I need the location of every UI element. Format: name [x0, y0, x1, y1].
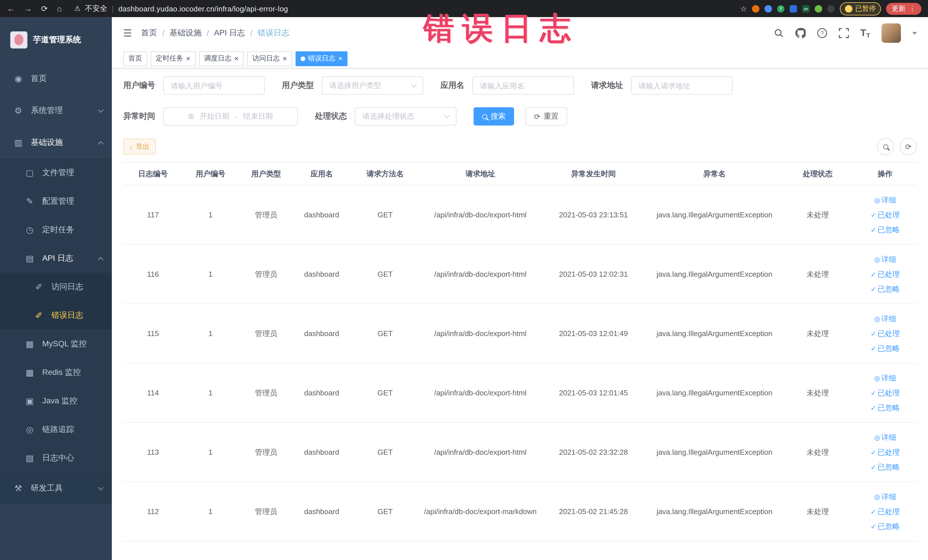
sidebar-item-home[interactable]: ◉ 首页	[0, 63, 112, 95]
mark-ignored-link[interactable]: ✓已忽略	[856, 282, 914, 296]
sidebar-item-infrastructure[interactable]: ▥ 基础设施	[0, 127, 112, 159]
tab-label: 错误日志	[308, 53, 336, 63]
user-id-input[interactable]	[163, 76, 265, 95]
detail-link[interactable]: ◎详细	[856, 489, 914, 504]
process-status-select[interactable]: 请选择处理状态	[355, 107, 456, 125]
home-icon[interactable]: ⌂	[57, 4, 62, 13]
mark-processed-link[interactable]: ✓已处理	[856, 267, 914, 282]
extension-icon[interactable]	[815, 5, 822, 12]
detail-link[interactable]: ◎详细	[856, 371, 914, 385]
app-name-input[interactable]	[472, 76, 574, 95]
mark-processed-link[interactable]: ✓已处理	[856, 385, 914, 400]
app-name-label: 应用名	[441, 81, 464, 91]
cell-method: GET	[350, 363, 421, 423]
refresh-table-button[interactable]: ⟳	[900, 138, 917, 155]
bookmark-star-icon[interactable]: ☆	[740, 4, 747, 13]
detail-link[interactable]: ◎详细	[856, 252, 914, 267]
cell-user-id: 1	[183, 482, 238, 541]
extension-on-badge[interactable]: on	[802, 5, 810, 12]
avatar[interactable]	[882, 23, 901, 43]
toggle-search-button[interactable]	[877, 138, 894, 155]
search-button-label: 搜索	[491, 111, 505, 122]
tab-scheduled-tasks[interactable]: 定时任务 ×	[151, 51, 195, 66]
mark-processed-link[interactable]: ✓已处理	[856, 504, 914, 519]
extension-icon[interactable]	[752, 5, 759, 12]
github-icon[interactable]	[795, 28, 806, 38]
hamburger-icon[interactable]: ☰	[123, 27, 132, 39]
sidebar-item-config-management[interactable]: ✎ 配置管理	[0, 187, 112, 216]
sidebar-item-system-management[interactable]: ⚙ 系统管理	[0, 95, 112, 127]
reset-button[interactable]: ⟳ 重置	[525, 107, 567, 125]
request-url-input[interactable]	[631, 76, 733, 95]
caret-down-icon[interactable]	[912, 32, 917, 37]
forward-icon[interactable]: →	[24, 4, 32, 13]
address-bar[interactable]: ⚠ 不安全 | dashboard.yudao.iocoder.cn/infra…	[74, 3, 733, 14]
cell-time: 2021-05-03 12:02:31	[540, 244, 647, 304]
mark-ignored-link[interactable]: ✓已忽略	[856, 400, 914, 415]
breadcrumb-item[interactable]: 基础设施	[169, 28, 201, 38]
export-button[interactable]: ↓ 导出	[123, 139, 156, 155]
help-icon[interactable]: ?	[817, 28, 827, 38]
close-icon[interactable]: ×	[338, 55, 343, 62]
table-row: 116 1 管理员 dashboard GET /api/infra/db-do…	[123, 244, 917, 304]
search-button[interactable]: 搜索	[473, 107, 514, 125]
detail-link[interactable]: ◎详细	[856, 311, 914, 326]
breadcrumb-item-current: 错误日志	[258, 28, 290, 38]
sidebar-item-log-center[interactable]: ▧ 日志中心	[0, 444, 112, 472]
dashboard-icon: ◉	[11, 73, 25, 84]
sidebar-item-label: 研发工具	[31, 483, 95, 493]
check-icon: ✓	[871, 285, 876, 293]
close-icon[interactable]: ×	[186, 55, 190, 62]
sidebar-item-scheduled-tasks[interactable]: ◷ 定时任务	[0, 216, 112, 244]
sidebar-item-error-logs[interactable]: ✐ 错误日志	[0, 301, 112, 330]
close-icon[interactable]: ×	[234, 55, 238, 62]
detail-link[interactable]: ◎详细	[856, 430, 914, 445]
mark-ignored-link[interactable]: ✓已忽略	[856, 459, 914, 475]
sidebar-item-access-logs[interactable]: ✐ 访问日志	[0, 273, 112, 301]
browser-update-button[interactable]: 更新 ⋮	[886, 3, 922, 15]
font-size-icon[interactable]: TT	[860, 27, 870, 39]
sidebar-item-java-monitor[interactable]: ▣ Java 监控	[0, 387, 112, 415]
sidebar-item-redis-monitor[interactable]: ▩ Redis 监控	[0, 358, 112, 387]
cell-exception: java.lang.IllegalArgumentException	[647, 363, 782, 423]
breadcrumb-item[interactable]: API 日志	[214, 28, 245, 38]
date-range-picker[interactable]: ⊞ 开始日期 - 结束日期	[163, 107, 298, 125]
user-type-select[interactable]: 请选择用户类型	[322, 76, 423, 95]
sidebar-item-file-management[interactable]: ▢ 文件管理	[0, 159, 112, 187]
fullscreen-icon[interactable]	[839, 28, 849, 38]
extension-icon[interactable]	[827, 5, 835, 12]
sidebar-item-link-tracing[interactable]: ◎ 链路追踪	[0, 415, 112, 444]
tab-home[interactable]: 首页	[123, 51, 147, 66]
search-icon[interactable]	[774, 28, 784, 38]
tab-error-logs[interactable]: 错误日志 ×	[296, 51, 348, 66]
back-icon[interactable]: ←	[7, 4, 15, 13]
breadcrumb-item[interactable]: 首页	[141, 28, 157, 38]
mark-processed-link[interactable]: ✓已处理	[856, 326, 914, 341]
mark-processed-link[interactable]: ✓已处理	[856, 445, 914, 459]
file-icon: ▢	[23, 168, 37, 178]
close-icon[interactable]: ×	[282, 55, 287, 62]
mark-ignored-link[interactable]: ✓已忽略	[856, 341, 914, 356]
sidebar-logo[interactable]: 芋道管理系统	[0, 17, 112, 63]
reload-icon[interactable]: ⟳	[41, 4, 47, 13]
mark-ignored-link[interactable]: ✓已忽略	[856, 222, 914, 237]
select-placeholder: 请选择用户类型	[329, 81, 381, 91]
infrastructure-icon: ▥	[11, 137, 25, 148]
sidebar-item-mysql-monitor[interactable]: ▦ MySQL 监控	[0, 330, 112, 358]
mark-ignored-link[interactable]: ✓已忽略	[856, 519, 914, 534]
cell-user-id: 1	[183, 363, 238, 423]
date-range-separator: -	[235, 112, 238, 121]
extension-icon[interactable]: Y	[777, 5, 785, 12]
sidebar-item-api-logs[interactable]: ▤ API 日志	[0, 244, 112, 273]
sidebar-item-dev-tools[interactable]: ⚒ 研发工具	[0, 472, 112, 504]
detail-link[interactable]: ◎详细	[856, 192, 914, 208]
tab-access-logs[interactable]: 访问日志 ×	[247, 51, 292, 66]
tab-schedule-logs[interactable]: 调度日志 ×	[199, 51, 244, 66]
logo-icon	[10, 31, 27, 49]
cell-request-url: /api/infra/db-doc/export-html	[421, 423, 540, 482]
extension-icon[interactable]	[790, 5, 797, 12]
profile-paused-chip[interactable]: 已暂停	[840, 2, 881, 15]
extension-icon[interactable]	[765, 5, 772, 12]
cell-request-url: /api/infra/db-doc/export-html	[421, 244, 540, 304]
mark-processed-link[interactable]: ✓已处理	[856, 208, 914, 222]
